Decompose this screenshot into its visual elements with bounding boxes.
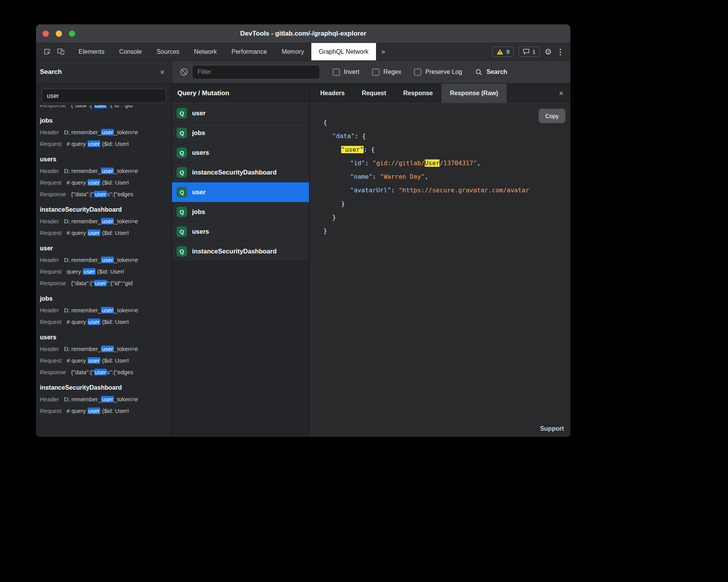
filter-input[interactable] — [192, 65, 320, 79]
search-result-line[interactable]: Request# query user ($id: UserI — [40, 355, 172, 366]
query-list-item[interactable]: Qusers — [172, 222, 309, 241]
search-result-line[interactable]: Request# query user ($id: UserI — [40, 227, 172, 239]
result-line-label: Request — [40, 407, 62, 414]
search-result-groups: jobsHeaderD; remember_user_token=eReques… — [40, 115, 172, 417]
text-segment: {"data":{" — [71, 191, 94, 197]
search-input[interactable] — [41, 89, 166, 103]
json-line: } — [323, 224, 570, 238]
result-line-label: Request — [40, 179, 62, 186]
text-segment: _token=e — [114, 218, 138, 224]
search-result-group-title[interactable]: users — [40, 154, 172, 165]
query-list-item[interactable]: QinstanceSecurityDashboard — [172, 163, 309, 182]
query-list-item-selected[interactable]: Quser — [172, 182, 309, 202]
query-panel: Query / Mutation QuserQjobsQusersQinstan… — [172, 84, 309, 437]
console-warnings-badge[interactable]: 9 — [492, 46, 513, 57]
response-tab-response[interactable]: Response — [395, 84, 441, 103]
text-segment: "avatarUrl" — [350, 187, 391, 194]
text-segment: D; remember_ — [64, 257, 101, 263]
text-segment: "gid://gitlab/ — [373, 159, 425, 167]
search-result-group-title[interactable]: instanceSecurityDashboard — [40, 382, 172, 394]
regex-checkbox-label: Regex — [383, 68, 401, 75]
search-result-line[interactable]: HeaderD; remember_user_token=e — [40, 394, 172, 405]
tab-network[interactable]: Network — [187, 43, 224, 60]
search-result-line[interactable]: Response{"data":{"users":{"edges — [40, 366, 172, 378]
json-line: "user": { — [323, 143, 570, 156]
response-tab-headers[interactable]: Headers — [312, 84, 353, 103]
search-result-group: instanceSecurityDashboardHeaderD; rememb… — [40, 204, 172, 239]
warning-count: 9 — [506, 48, 509, 55]
search-result-group-title[interactable]: jobs — [40, 293, 172, 305]
search-result-group: jobsHeaderD; remember_user_token=eReques… — [40, 115, 172, 150]
result-line-label: Header — [40, 218, 59, 224]
response-tab-response-raw[interactable]: Response (Raw) — [441, 84, 507, 103]
text-segment: : — [373, 173, 380, 180]
text-segment: {"data":{" — [71, 369, 94, 375]
tab-sources[interactable]: Sources — [149, 43, 187, 60]
search-result-line[interactable]: Request# query user ($id: UserI — [40, 138, 172, 150]
text-segment: } — [323, 227, 327, 235]
query-list-item[interactable]: Quser — [172, 103, 309, 123]
minimize-window-button[interactable] — [56, 31, 62, 37]
tab-performance[interactable]: Performance — [224, 43, 275, 60]
response-panel-close-icon[interactable]: × — [559, 84, 570, 103]
toolbar-search-group[interactable]: Search — [475, 68, 507, 76]
tab-elements[interactable]: Elements — [71, 43, 112, 60]
issues-badge[interactable]: 1 — [519, 46, 540, 57]
search-match-highlight: user — [101, 346, 114, 352]
query-list-item[interactable]: Qjobs — [172, 123, 309, 143]
search-result-line[interactable]: Response{"data":{"users":{"edges — [40, 188, 172, 200]
inspect-element-icon[interactable] — [43, 48, 51, 56]
query-name: jobs — [192, 129, 205, 137]
tab-memory[interactable]: Memory — [274, 43, 311, 60]
search-result-line[interactable]: Requestquery user ($id: UserI — [40, 266, 172, 277]
search-result-line[interactable]: Request# query user ($id: UserI — [40, 405, 172, 417]
text-segment: ($id: UserI — [100, 407, 129, 414]
response-tabs: HeadersRequestResponseResponse (Raw) × — [309, 84, 570, 103]
kebab-menu-icon[interactable]: ⋮ — [556, 48, 564, 56]
search-result-line[interactable]: HeaderD; remember_user_token=e — [40, 165, 172, 177]
search-result-line[interactable]: HeaderD; remember_user_token=e — [40, 127, 172, 138]
settings-gear-icon[interactable]: ⚙ — [544, 48, 552, 56]
close-window-button[interactable] — [43, 31, 49, 37]
zoom-window-button[interactable] — [69, 31, 75, 37]
tab-console[interactable]: Console — [112, 43, 149, 60]
text-segment: ($id: UserI — [100, 318, 129, 325]
text-segment: { — [362, 132, 366, 140]
regex-checkbox-group: Regex — [372, 68, 401, 76]
devtools-window: DevTools - gitlab.com/-/graphql-explorer… — [36, 24, 570, 437]
json-line: "avatarUrl": "https://secure.gravatar.co… — [323, 183, 570, 197]
search-match-highlight: user — [88, 407, 100, 414]
query-name: user — [192, 110, 206, 117]
query-list-item[interactable]: QinstanceSecurityDashboard — [172, 241, 309, 261]
regex-checkbox[interactable] — [372, 68, 379, 76]
support-link[interactable]: Support — [540, 425, 564, 432]
search-result-line[interactable]: HeaderD; remember_user_token=e — [40, 305, 172, 316]
search-result-line[interactable]: HeaderD; remember_user_token=e — [40, 216, 172, 227]
response-tab-request[interactable]: Request — [353, 84, 395, 103]
search-result-line[interactable]: Request# query user ($id: UserI — [40, 316, 172, 328]
search-result-line[interactable]: Request# query user ($id: UserI — [40, 177, 172, 188]
search-result-group-title[interactable]: jobs — [40, 115, 172, 127]
search-result-group-title[interactable]: user — [40, 243, 172, 254]
search-result-line[interactable]: HeaderD; remember_user_token=e — [40, 254, 172, 266]
more-tabs-chevron[interactable]: » — [376, 43, 391, 60]
invert-checkbox-label: Invert — [344, 68, 359, 75]
tab-graphql-network[interactable]: GraphQL Network — [311, 43, 376, 60]
device-toolbar-icon[interactable] — [57, 48, 65, 56]
search-partial-line[interactable]: Response{"data":{"user":{"id":"gid — [40, 105, 172, 111]
clear-filter-icon[interactable] — [180, 68, 188, 76]
copy-button[interactable]: Copy — [539, 109, 565, 123]
query-list-item[interactable]: Qjobs — [172, 202, 309, 222]
result-line-label: Header — [40, 307, 59, 313]
search-result-group-title[interactable]: instanceSecurityDashboard — [40, 204, 172, 216]
invert-checkbox[interactable] — [333, 68, 340, 76]
search-result-line[interactable]: Response{"data":{"user":{"id":"gid — [40, 277, 172, 289]
text-segment: D; remember_ — [64, 396, 101, 402]
query-list-item[interactable]: Qusers — [172, 143, 309, 163]
search-panel-close-icon[interactable]: × — [160, 68, 165, 77]
preserve-log-checkbox[interactable] — [414, 68, 421, 76]
text-segment: # query — [67, 318, 88, 325]
search-result-line[interactable]: HeaderD; remember_user_token=e — [40, 343, 172, 355]
text-segment: , — [477, 159, 481, 167]
search-result-group-title[interactable]: users — [40, 332, 172, 343]
